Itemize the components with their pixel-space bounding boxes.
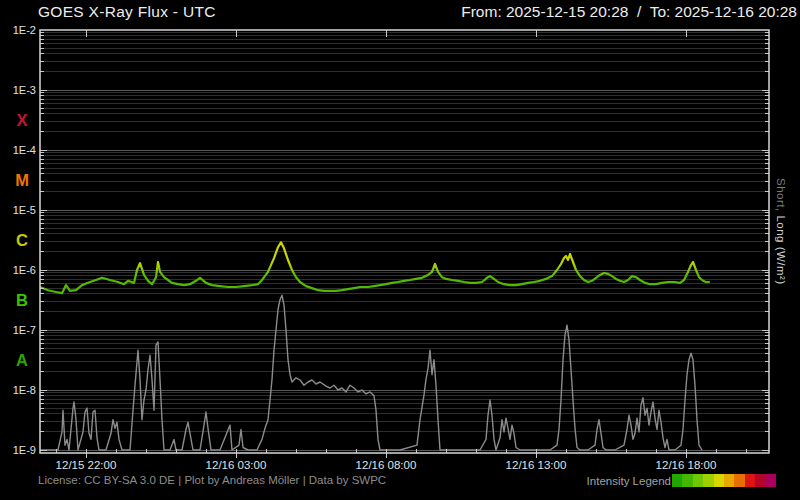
legend-color-block	[766, 474, 776, 487]
license-text: License: CC BY-SA 3.0 DE | Plot by Andre…	[38, 474, 386, 486]
y-axis-tick-label: 1E-9	[13, 444, 36, 456]
legend-color-block	[745, 474, 755, 487]
intensity-legend-label: Intensity Legend	[587, 475, 671, 487]
right-axis-short-label: Short,	[775, 178, 787, 212]
right-axis-label: Short, Long (W/m²)	[775, 178, 787, 285]
x-axis-tick-label: 12/15 22:00	[56, 459, 117, 471]
y-axis-tick-label: 1E-2	[13, 24, 36, 36]
short-series-line	[40, 295, 702, 450]
legend-color-block	[734, 474, 744, 487]
y-axis-tick-label: 1E-8	[13, 384, 36, 396]
flux-class-letter: M	[15, 171, 29, 189]
flux-class-letter: C	[16, 231, 28, 249]
legend-color-block	[724, 474, 734, 487]
y-axis-tick-label: 1E-4	[13, 144, 36, 156]
x-axis-tick-label: 12/16 03:00	[206, 459, 267, 471]
legend-color-block	[682, 474, 692, 487]
intensity-legend-bar	[672, 474, 776, 487]
y-axis-tick-label: 1E-6	[13, 264, 36, 276]
axis-ticks	[40, 30, 769, 458]
goes-xray-flux-page: { "header": { "title": "GOES X-Ray Flux …	[0, 0, 800, 500]
legend-color-block	[755, 474, 765, 487]
flux-class-letter: A	[16, 351, 28, 369]
x-axis-tick-label: 12/16 08:00	[356, 459, 417, 471]
long-series-line	[40, 242, 709, 293]
x-axis-tick-label: 12/16 18:00	[656, 459, 717, 471]
x-axis-labels: 12/15 22:0012/16 03:0012/16 08:0012/16 1…	[56, 459, 717, 471]
xray-flux-chart: 1E-21E-31E-41E-51E-61E-71E-81E-9 XMCBA 1…	[0, 0, 800, 500]
flux-class-letter: X	[16, 111, 27, 129]
legend-color-block	[703, 474, 713, 487]
legend-color-block	[672, 474, 682, 487]
y-axis-tick-label: 1E-5	[13, 204, 36, 216]
legend-color-block	[714, 474, 724, 487]
grid-minor-lines	[40, 33, 769, 432]
legend-color-block	[693, 474, 703, 487]
y-axis-tick-label: 1E-3	[13, 84, 36, 96]
right-axis-long-label: Long (W/m²)	[775, 212, 787, 285]
flux-class-letter: B	[16, 291, 28, 309]
y-axis-tick-label: 1E-7	[13, 324, 36, 336]
x-axis-tick-label: 12/16 13:00	[506, 459, 567, 471]
